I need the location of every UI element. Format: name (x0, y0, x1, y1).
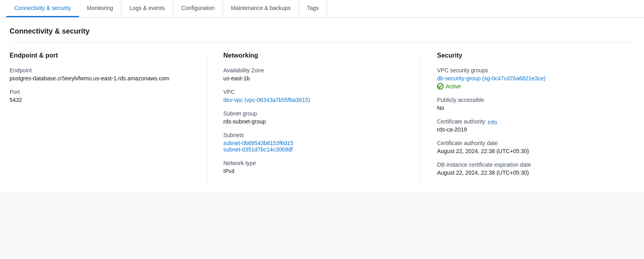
info-link[interactable]: Info (488, 119, 497, 126)
publicly-accessible-label: Publicly accessible (437, 97, 618, 103)
endpoint-label: Endpoint (10, 67, 191, 74)
subnet-group-value: rds-subnet-group (223, 118, 405, 125)
vpc-sg-label: VPC security groups (437, 67, 618, 74)
tab-connectivity-security[interactable]: Connectivity & security (6, 0, 79, 17)
network-type-value: IPv4 (223, 168, 405, 174)
certificate-authority-label: Certificate authority (437, 118, 485, 125)
certificate-authority-value: rds-ca-2019 (437, 126, 618, 133)
columns-container: Endpoint & port Endpoint postgres-databa… (10, 52, 634, 193)
networking-column: Networking Availability Zone us-east-1b … (207, 52, 421, 183)
certificate-authority-field-group: Certificate authority Info rds-ca-2019 (437, 118, 618, 133)
security-header: Security (437, 52, 618, 59)
db-cert-expiration-label: DB instance certificate expiration date (437, 161, 618, 168)
active-status: Active (437, 83, 618, 90)
vpc-label: VPC (223, 89, 405, 95)
port-field-group: Port 5432 (10, 89, 191, 103)
cert-authority-date-label: Certificate authority date (437, 140, 618, 146)
tab-monitoring[interactable]: Monitoring (79, 0, 121, 17)
tab-tags[interactable]: Tags (299, 0, 327, 17)
network-type-field-group: Network type IPv4 (223, 160, 405, 174)
endpoint-port-column: Endpoint & port Endpoint postgres-databa… (10, 52, 207, 183)
endpoint-value: postgres-database.cr5eeylvfwmo.us-east-1… (10, 75, 191, 82)
subnet1-link[interactable]: subnet-0b68543b8153f6d15 (223, 140, 293, 146)
page-title: Connectivity & security (10, 27, 634, 42)
publicly-accessible-value: No (437, 105, 618, 111)
vpc-field-group: VPC dev-vpc (vpc-06343a7b55fba3615) (223, 89, 405, 103)
active-status-icon (437, 83, 443, 90)
cert-authority-date-value: August 22, 2024, 22:38 (UTC+05:30) (437, 148, 618, 154)
cert-authority-date-field-group: Certificate authority date August 22, 20… (437, 140, 618, 154)
availability-zone-label: Availability Zone (223, 67, 405, 74)
cert-authority-row: Certificate authority Info (437, 118, 618, 126)
vpc-sg-field-group: VPC security groups db-security-group (s… (437, 67, 618, 90)
subnets-label: Subnets (223, 132, 405, 138)
active-status-label: Active (446, 83, 461, 90)
port-value: 5432 (10, 97, 191, 103)
tab-maintenance-backups[interactable]: Maintenance & backups (223, 0, 299, 17)
availability-zone-value: us-east-1b (223, 75, 405, 82)
db-cert-expiration-field-group: DB instance certificate expiration date … (437, 161, 618, 176)
tab-bar: Connectivity & security Monitoring Logs … (0, 0, 644, 18)
publicly-accessible-field-group: Publicly accessible No (437, 97, 618, 111)
tab-logs-events[interactable]: Logs & events (121, 0, 173, 17)
endpoint-field-group: Endpoint postgres-database.cr5eeylvfwmo.… (10, 67, 191, 82)
availability-zone-field-group: Availability Zone us-east-1b (223, 67, 405, 82)
endpoint-port-header: Endpoint & port (10, 52, 191, 59)
tab-configuration[interactable]: Configuration (173, 0, 223, 17)
network-type-label: Network type (223, 160, 405, 166)
port-label: Port (10, 89, 191, 95)
security-column: Security VPC security groups db-security… (421, 52, 634, 183)
subnet-group-field-group: Subnet group rds-subnet-group (223, 110, 405, 125)
page-content: Connectivity & security Endpoint & port … (0, 18, 644, 193)
subnet2-link[interactable]: subnet-0351d7bc14c3069df (223, 146, 293, 153)
vpc-link[interactable]: dev-vpc (vpc-06343a7b55fba3615) (223, 97, 310, 103)
vpc-sg-link[interactable]: db-security-group (sg-0c47cd76a6821e3ce) (437, 75, 546, 82)
subnets-field-group: Subnets subnet-0b68543b8153f6d15 subnet-… (223, 132, 405, 153)
db-cert-expiration-value: August 22, 2024, 22:38 (UTC+05:30) (437, 169, 618, 176)
subnet-group-label: Subnet group (223, 110, 405, 117)
networking-header: Networking (223, 52, 405, 59)
